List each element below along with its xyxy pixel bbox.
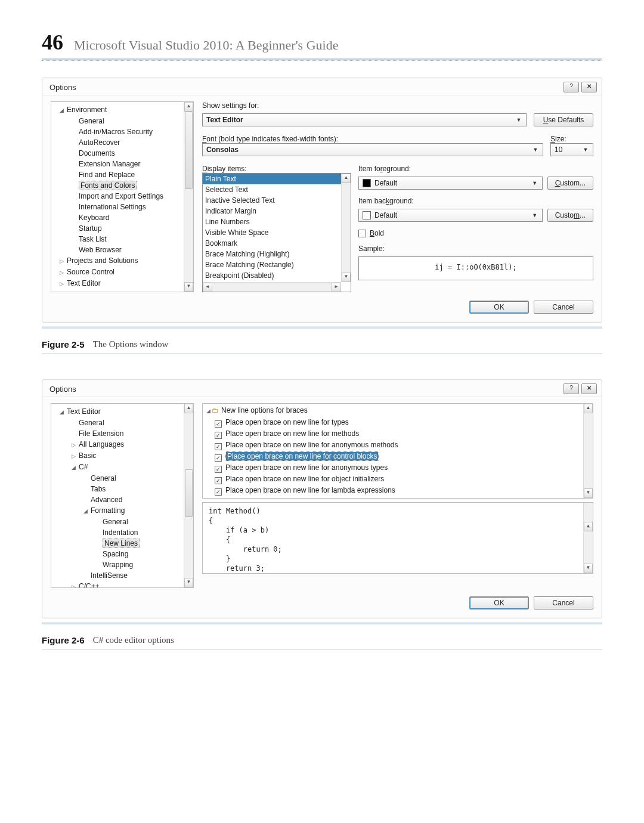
checklist-group[interactable]: ◢🗀New line options for keywords [203,496,593,499]
checkbox-icon[interactable]: ✓ [215,466,222,473]
display-items-listbox[interactable]: Plain TextSelected TextInactive Selected… [202,173,351,292]
scroll-down-icon[interactable]: ▼ [184,282,193,292]
tree-item[interactable]: New Lines [56,538,182,549]
use-defaults-button[interactable]: Use Defaults [534,113,593,126]
tree-item[interactable]: Task List [56,234,182,245]
scrollbar[interactable]: ▲ ▼ [184,404,193,587]
checkbox-icon[interactable]: ✓ [215,443,222,450]
size-dropdown[interactable]: 10 ▼ [550,143,593,156]
h-scrollbar[interactable]: ◄ ► [203,282,341,292]
scrollbar[interactable]: ▲ ▼ [583,503,593,573]
tree-item[interactable]: ▷Basic [56,450,182,462]
scrollbar[interactable]: ▲ ▼ [341,174,351,282]
tree-item[interactable]: General [56,116,182,126]
tree-item[interactable]: ◢Text Editor [56,406,182,417]
tree-item[interactable]: Documents [56,148,182,159]
display-item[interactable]: Visible White Space [203,227,351,238]
display-item[interactable]: Indicator Margin [203,206,351,216]
tree-item[interactable]: Spacing [56,549,182,559]
scroll-up-icon[interactable]: ▲ [584,404,593,413]
display-item[interactable]: Breakpoint (Disabled) [203,270,351,281]
tree-item[interactable]: Find and Replace [56,169,182,180]
tree-item[interactable]: Fonts and Colors [56,180,182,191]
scroll-up-icon[interactable]: ▲ [584,522,593,531]
tree-item[interactable]: Indentation [56,527,182,538]
disclosure-closed-icon[interactable]: ▷ [72,440,78,450]
tree-item[interactable]: File Extension [56,428,182,439]
disclosure-closed-icon[interactable]: ▷ [60,267,66,278]
tree-item[interactable]: Advanced [56,494,182,505]
tree-item[interactable]: Add-in/Macros Security [56,126,182,137]
scroll-up-icon[interactable]: ▲ [184,102,193,112]
close-button[interactable]: ✕ [581,383,597,394]
display-item[interactable]: Plain Text [203,174,351,184]
tree-item[interactable]: ▷Database Tools [56,289,182,292]
tree-item[interactable]: ▷Text Editor [56,278,182,289]
cancel-button[interactable]: Cancel [534,596,593,609]
tree-item[interactable]: ▷Source Control [56,267,182,278]
disclosure-open-icon[interactable]: ◢ [60,407,66,417]
disclosure-open-icon[interactable]: ◢ [60,105,66,116]
display-item[interactable]: Brace Matching (Highlight) [203,249,351,259]
newline-options-checklist[interactable]: ◢🗀New line options for braces✓Place open… [202,403,593,499]
checkbox-icon[interactable]: ✓ [215,420,222,428]
display-item[interactable]: Inactive Selected Text [203,195,351,206]
options-tree[interactable]: ◢EnvironmentGeneralAdd-in/Macros Securit… [51,101,194,292]
checkbox-icon[interactable]: ✓ [215,477,222,484]
close-button[interactable]: ✕ [581,82,597,92]
display-item[interactable]: Line Numbers [203,216,351,227]
tree-item[interactable]: ▷All Languages [56,439,182,450]
disclosure-open-icon[interactable]: ◢ [72,462,78,473]
checkbox-icon[interactable]: ✓ [215,454,222,462]
bold-checkbox[interactable]: Bold [358,229,593,237]
tree-item[interactable]: Extension Manager [56,159,182,169]
tree-item[interactable]: ▷C/C++ [56,581,182,588]
scroll-thumb[interactable] [185,469,193,517]
disclosure-open-icon[interactable]: ◢ [83,506,89,516]
scroll-up-icon[interactable]: ▲ [184,404,193,413]
scroll-left-icon[interactable]: ◄ [203,283,212,292]
tree-item[interactable]: Wrapping [56,559,182,570]
background-dropdown[interactable]: Default ▼ [358,209,543,222]
checklist-item[interactable]: ✓Place open brace on new line for anonym… [203,462,593,474]
scroll-up-icon[interactable]: ▲ [342,174,351,183]
disclosure-closed-icon[interactable]: ▷ [60,256,66,267]
tree-item[interactable]: ◢Environment [56,104,182,116]
tree-item[interactable]: General [56,473,182,484]
show-settings-for-dropdown[interactable]: Text Editor ▼ [202,113,527,126]
tree-item[interactable]: IntelliSense [56,570,182,581]
foreground-custom-button[interactable]: Custom... [547,177,593,190]
help-button[interactable]: ? [564,82,579,92]
tree-item[interactable]: International Settings [56,202,182,212]
disclosure-closed-icon[interactable]: ▷ [60,279,66,289]
checkbox-icon[interactable]: ✓ [215,488,222,496]
disclosure-closed-icon[interactable]: ▷ [60,290,66,292]
scroll-down-icon[interactable]: ▼ [584,488,593,498]
foreground-dropdown[interactable]: Default ▼ [358,177,543,190]
scroll-down-icon[interactable]: ▼ [584,564,593,573]
tree-item[interactable]: Import and Export Settings [56,191,182,202]
checkbox-icon[interactable]: ✓ [215,432,222,439]
display-item[interactable]: Breakpoint (Error) [203,292,351,292]
tree-item[interactable]: Startup [56,223,182,234]
tree-item[interactable]: ▷Projects and Solutions [56,255,182,267]
scroll-thumb[interactable] [185,112,193,189]
checklist-group[interactable]: ◢🗀New line options for braces [203,405,593,417]
display-item[interactable]: Selected Text [203,184,351,195]
scroll-down-icon[interactable]: ▼ [184,578,193,587]
checklist-item[interactable]: ✓Place open brace on new line for object… [203,474,593,485]
checklist-item[interactable]: ✓Place open brace on new line for lambda… [203,485,593,496]
tree-item[interactable]: Web Browser [56,245,182,255]
tree-item[interactable]: General [56,516,182,527]
display-item[interactable]: Bookmark [203,238,351,249]
checklist-item[interactable]: ✓Place open brace on new line for contro… [203,451,593,462]
scrollbar[interactable]: ▲ ▼ [184,102,193,292]
tree-item[interactable]: AutoRecover [56,137,182,148]
background-custom-button[interactable]: Custom... [547,209,593,222]
tree-item[interactable]: Tabs [56,484,182,494]
display-item[interactable]: Brace Matching (Rectangle) [203,259,351,270]
ok-button[interactable]: OK [469,596,529,609]
tree-item[interactable]: Keyboard [56,212,182,223]
cancel-button[interactable]: Cancel [534,301,593,314]
options-tree[interactable]: ◢Text EditorGeneralFile Extension▷All La… [51,403,194,588]
